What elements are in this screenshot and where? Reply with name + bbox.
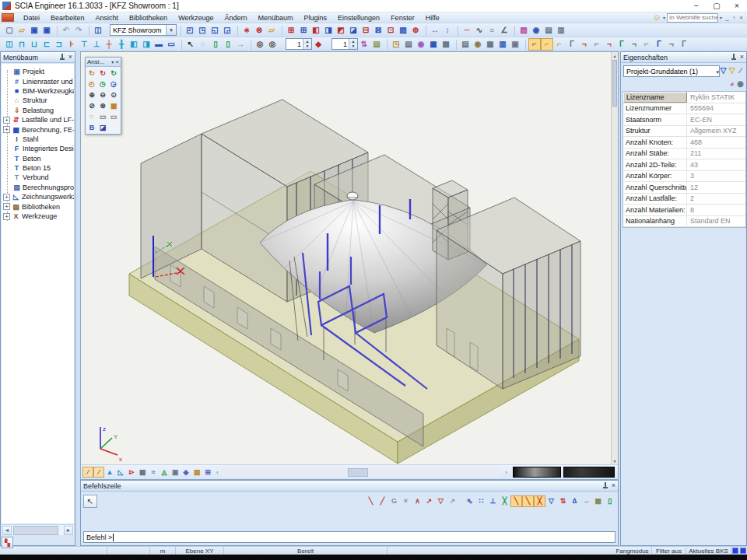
cascade-windows-icon[interactable]: ◱ [209,24,221,37]
tree-item-beton-15[interactable]: T Beton 15 [2,163,74,173]
frame-icon[interactable]: ╂ [115,38,128,51]
node-grid-icon[interactable]: ⊞ [285,24,297,37]
search-binoculars-icon[interactable]: ◎ [254,38,266,51]
layer-spinner[interactable]: 1 ▲▼ [331,38,358,50]
pin-icon[interactable] [59,54,65,61]
close-icon[interactable] [68,54,72,61]
menu-item[interactable]: Bearbeiten [45,12,90,23]
chevron-down-icon[interactable] [111,59,114,65]
select-arrow-icon[interactable]: ↖ [184,38,197,51]
cursor-snap-icon[interactable]: ⇖ [464,495,475,507]
perspective-icon[interactable]: ◈ [181,467,191,478]
snap-mesh-icon[interactable]: ▦ [592,495,604,507]
menu-item[interactable]: Datei [18,12,45,23]
edit-pencil-icon[interactable]: ∕ [736,65,745,76]
corner-cut-icon[interactable]: ◩ [335,24,347,37]
copy-window-icon[interactable]: ◰ [184,24,196,37]
close-button[interactable]: × [727,1,747,12]
property-label[interactable]: Struktur [623,126,687,137]
corner-fill-icon[interactable]: ◪ [347,24,359,37]
circle-icon[interactable]: ○ [486,24,498,37]
water-level-icon[interactable]: ≈ [148,467,159,478]
move-icon[interactable]: ↔ [429,24,441,37]
zoom-doc-icon[interactable]: ◉ [530,24,542,37]
property-row[interactable]: Nationalanhang Standard EN [623,216,745,228]
tree-item-stahl[interactable]: I Stahl [2,135,74,144]
property-value[interactable]: Allgemein XYZ [687,126,745,137]
property-value[interactable]: Ryklin STATIK [687,92,745,103]
results-table-icon[interactable]: ▥ [496,38,509,51]
stretch-icon[interactable]: ↕ [441,24,454,37]
cross-link-icon[interactable]: ┼ [103,38,115,51]
menu-item[interactable]: Hilfe [420,12,445,23]
shaded-view-icon[interactable]: ◪ [97,122,108,133]
ray-select-icon[interactable]: → [234,38,247,51]
property-label[interactable]: Anzahl Stäbe: [623,149,687,159]
property-row[interactable]: Struktur Allgemein XYZ [623,126,745,138]
property-value[interactable]: 2 [687,194,745,205]
property-label[interactable]: Anzahl Körper: [623,171,687,182]
tile-windows-icon[interactable]: ◲ [221,24,233,37]
zoom-out-icon[interactable]: ⊖ [97,89,108,100]
view-palette-header[interactable]: Ansi... [86,58,121,67]
zoom-window-icon[interactable]: ⊙ [108,89,119,100]
property-row[interactable]: Anzahl Materialien: 8 [623,205,745,216]
panel-right-icon[interactable]: ◨ [140,38,153,51]
layer-view-icon[interactable]: ▤ [370,38,383,51]
close-icon[interactable] [115,58,119,65]
print-area-icon[interactable]: ▤ [191,467,202,478]
property-label[interactable]: Anzahl 2D-Teile: [623,159,687,170]
storey-tool-2-icon[interactable]: ⌐ [541,38,553,51]
property-row[interactable]: Lizenznummer 555694 [623,103,745,115]
storey-tool-8-icon[interactable]: Γ [615,38,628,51]
paste-window-icon[interactable]: ◳ [196,24,209,37]
clean-model-icon[interactable]: ⊗ [253,24,265,37]
status-cell[interactable]: Fangmodus [613,547,652,555]
tree-item-projekt[interactable]: ▣ Projekt [2,67,74,76]
render-toggle-icon[interactable]: ∕ [93,467,104,478]
angle-icon[interactable]: ∠ [498,24,510,37]
rotate-x-icon[interactable]: ↻ [86,68,97,79]
view-y-icon[interactable]: ◺ [115,467,126,478]
layer-filter-icon[interactable]: ⇅ [358,38,370,51]
paint-icon[interactable]: ▨ [517,24,530,37]
mesh-view-icon[interactable]: ▦ [137,467,148,478]
storey-tool-13-icon[interactable]: Γ [678,38,690,51]
activity-filter-icon[interactable]: ◆ [312,38,324,51]
close-window-icon[interactable]: ◫ [92,24,104,37]
redo-icon[interactable]: ↷ [72,24,85,37]
line-icon[interactable]: ─ [461,24,473,37]
model-viewport[interactable]: z Y x Ansi... ↻↻↻◴◷◶⊕⊖⊙⊘⊗▦○▭▭B◪ ∕∕▲◺⊳▦≈◬… [80,51,619,480]
menu-item[interactable]: Einstellungen [332,12,385,23]
column-icon[interactable]: ⊓ [16,38,28,51]
menu-item[interactable]: Fenster [385,12,420,23]
expand-icon[interactable] [3,203,10,210]
contour-icon[interactable]: ▭ [165,38,177,51]
property-label[interactable]: Nationalanhang [623,216,687,227]
view-side-icon[interactable]: ◷ [97,79,108,89]
tree-item-zeichnungswerkzeuge[interactable]: ◺ Zeichnungswerkzeuge [2,192,74,201]
remove-node-icon[interactable]: ⊟ [359,24,372,37]
rotate-z-icon[interactable]: ↻ [108,68,119,79]
filter-icon[interactable]: ▽ [719,65,728,76]
select-lasso-icon[interactable]: ◌ [197,38,209,51]
undo-icon[interactable]: ↶ [60,24,72,37]
tree-item-bibliotheken[interactable]: ▤ Bibliotheken [2,201,74,211]
pin-icon[interactable] [731,54,737,61]
print-icon[interactable]: ▤ [459,38,472,51]
property-value[interactable]: Standard EN [687,216,745,227]
close-icon[interactable] [612,482,615,489]
property-row[interactable]: Anzahl Lastfälle: 2 [623,194,745,205]
viewport-vertical-scrollbar[interactable] [611,52,618,464]
snap-midpoint-icon[interactable]: ╲ [510,495,522,507]
property-group-selector[interactable]: Projekt-Grunddaten (1) [623,65,720,77]
scroll-down-icon[interactable] [612,457,618,464]
property-row[interactable]: Anzahl Stäbe: 211 [623,149,745,160]
tree-horizontal-scrollbar[interactable] [2,524,74,535]
search-next-icon[interactable]: ◎ [266,38,279,51]
property-row[interactable]: Lizenzname Ryklin STATIK [623,92,745,103]
cross-node-icon[interactable]: ⊠ [372,24,384,37]
scrollbar-thumb[interactable] [13,526,58,535]
property-row[interactable]: Anzahl Körper: 3 [623,171,745,183]
grid-view-icon[interactable]: ⊞ [202,467,213,478]
